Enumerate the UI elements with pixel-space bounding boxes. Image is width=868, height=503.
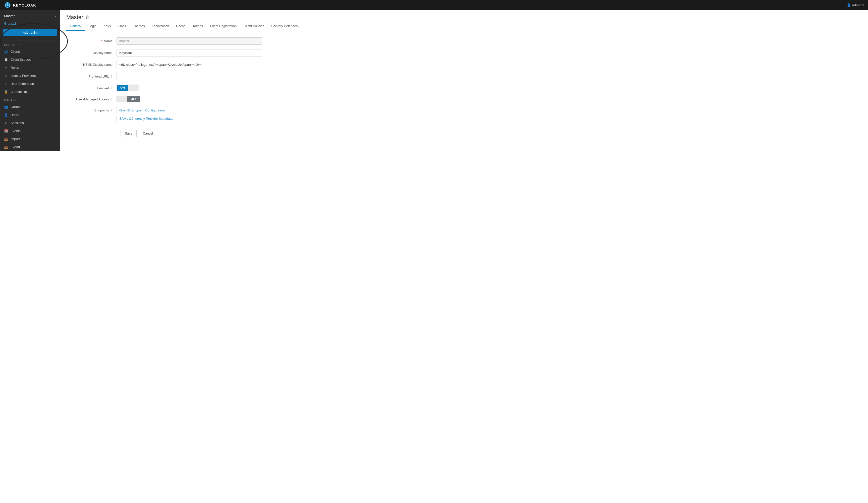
groups-label: Groups <box>11 105 21 109</box>
users-icon: 👤 <box>4 113 8 117</box>
enabled-on-button[interactable]: ON <box>117 85 128 91</box>
frontend-url-label-text: Frontend URL <box>89 75 109 78</box>
svg-point-2 <box>7 4 9 6</box>
sidebar-item-user-federation[interactable]: ⊟ User Federation <box>0 80 60 87</box>
openid-endpoint-label: OpenID Endpoint Configuration <box>119 108 165 112</box>
frontend-url-control <box>116 73 262 80</box>
tab-general[interactable]: General <box>66 22 85 31</box>
user-managed-access-label: User-Managed Access ? <box>66 96 116 101</box>
frontend-url-help-icon[interactable]: ? <box>111 75 113 78</box>
manage-section-label: Manage <box>0 96 60 103</box>
endpoints-control: OpenID Endpoint Configuration SAML 2.0 I… <box>116 107 262 123</box>
display-name-label: Display name <box>66 49 116 55</box>
enabled-help-icon[interactable]: ? <box>111 87 113 90</box>
sidebar-item-roles[interactable]: ≡ Roles <box>0 63 60 72</box>
tab-cache[interactable]: Cache <box>173 22 189 31</box>
required-indicator: * <box>101 39 103 43</box>
html-display-name-input[interactable] <box>116 61 262 68</box>
realm-arrow-icon: ▾ <box>55 15 56 18</box>
name-control <box>116 38 262 45</box>
page-title: Master <box>66 14 83 21</box>
roles-icon: ≡ <box>4 65 8 70</box>
tab-themes[interactable]: Themes <box>130 22 148 31</box>
user-federation-label: User Federation <box>11 82 34 86</box>
display-name-input[interactable] <box>116 49 262 56</box>
tab-client-policies[interactable]: Client Policies <box>240 22 268 31</box>
user-federation-icon: ⊟ <box>4 82 8 86</box>
form-container: * Name Display name HTML Display <box>60 31 286 143</box>
client-scopes-icon: 📋 <box>4 57 8 62</box>
name-label: * Name <box>66 38 116 43</box>
realm-section: Master ▾ Group18 Add realm <box>0 10 60 40</box>
user-label: Admin <box>852 3 861 7</box>
sidebar-item-clients[interactable]: 👥 Clients <box>0 48 60 55</box>
openid-endpoint-link[interactable]: OpenID Endpoint Configuration <box>116 107 262 114</box>
save-button[interactable]: Save <box>121 130 137 137</box>
tabs-container: General Login Keys Email Themes Localiza… <box>60 22 868 31</box>
realm-header[interactable]: Master ▾ <box>0 12 60 20</box>
sidebar-item-client-scopes[interactable]: 📋 Client Scopes <box>0 55 60 63</box>
sidebar-item-groups[interactable]: 👥 Groups <box>0 103 60 111</box>
saml-endpoint-link[interactable]: SAML 2.0 Identity Provider Metadata <box>116 115 262 122</box>
sidebar-item-authentication[interactable]: 🔒 Authentication <box>0 87 60 96</box>
configure-section: Configure 👥 Clients 📋 Client Scopes ≡ Ro… <box>0 40 60 96</box>
sidebar-item-sessions[interactable]: ⊙ Sessions <box>0 119 60 127</box>
users-label: Users <box>11 113 19 117</box>
enabled-toggle[interactable]: ON <box>116 85 139 91</box>
realm-item-label: Group18 <box>4 22 17 25</box>
sidebar-item-events[interactable]: 📅 Events <box>0 127 60 135</box>
tab-tokens[interactable]: Tokens <box>189 22 206 31</box>
user-managed-off-button[interactable]: OFF <box>127 96 140 102</box>
tab-keys[interactable]: Keys <box>100 22 114 31</box>
frontend-url-input[interactable] <box>116 73 262 80</box>
tab-client-registration[interactable]: Client Registration <box>206 22 240 31</box>
sidebar-item-users[interactable]: 👤 Users <box>0 111 60 119</box>
name-input[interactable] <box>116 38 262 45</box>
sidebar-item-import[interactable]: 📥 Import <box>0 135 60 143</box>
enabled-control: ON <box>116 85 262 91</box>
user-managed-on-button[interactable] <box>117 96 127 102</box>
export-label: Export <box>11 145 20 149</box>
main-layout: Master ▾ Group18 Add realm Configure 👥 C… <box>0 10 868 503</box>
delete-realm-icon[interactable]: 🗑 <box>86 15 90 20</box>
form-actions: Save Cancel <box>66 128 280 137</box>
navbar-brand: KEYCLOAK <box>4 1 36 9</box>
configure-section-label: Configure <box>0 40 60 48</box>
tab-security-defenses[interactable]: Security Defenses <box>268 22 301 31</box>
user-managed-access-toggle[interactable]: OFF <box>116 96 141 102</box>
tab-localization[interactable]: Localization <box>148 22 173 31</box>
user-menu[interactable]: 👤 Admin ▾ <box>847 3 864 7</box>
endpoints-help-icon[interactable]: ? <box>111 109 113 112</box>
html-display-name-label-text: HTML Display name <box>83 63 113 66</box>
keycloak-logo-icon <box>4 1 11 9</box>
html-display-name-label: HTML Display name <box>66 61 116 66</box>
user-arrow-icon: ▾ <box>862 3 864 7</box>
sessions-icon: ⊙ <box>4 121 8 125</box>
enabled-off-button[interactable] <box>128 85 138 91</box>
name-field-group: * Name <box>66 38 280 45</box>
user-icon: 👤 <box>847 3 851 7</box>
sidebar-item-identity-providers[interactable]: ⊞ Identity Providers <box>0 72 60 80</box>
export-icon: 📤 <box>4 145 8 149</box>
frontend-url-label: Frontend URL ? <box>66 73 116 78</box>
sidebar-item-export[interactable]: 📤 Export <box>0 143 60 151</box>
frontend-url-field-group: Frontend URL ? <box>66 73 280 80</box>
name-label-text: Name <box>104 39 113 43</box>
html-display-name-control <box>116 61 262 68</box>
content-area: Master 🗑 General Login Keys Email Themes… <box>60 10 868 503</box>
tab-login[interactable]: Login <box>85 22 100 31</box>
realm-group18[interactable]: Group18 <box>0 20 60 27</box>
tab-email[interactable]: Email <box>114 22 130 31</box>
manage-section: Manage 👥 Groups 👤 Users ⊙ Sessions 📅 Eve… <box>0 96 60 151</box>
endpoints-label-text: Endpoints <box>94 108 109 112</box>
user-managed-access-label-text: User-Managed Access <box>76 97 109 101</box>
cancel-button[interactable]: Cancel <box>138 130 157 137</box>
sidebar-wrapper: Master ▾ Group18 Add realm Configure 👥 C… <box>0 10 60 503</box>
sessions-label: Sessions <box>11 121 24 125</box>
enabled-label-text: Enabled <box>97 86 109 90</box>
enabled-label: Enabled ? <box>66 85 116 90</box>
user-managed-access-help-icon[interactable]: ? <box>111 98 113 101</box>
authentication-icon: 🔒 <box>4 90 8 94</box>
add-realm-button[interactable]: Add realm <box>3 29 57 36</box>
user-managed-access-field-group: User-Managed Access ? OFF <box>66 96 280 102</box>
